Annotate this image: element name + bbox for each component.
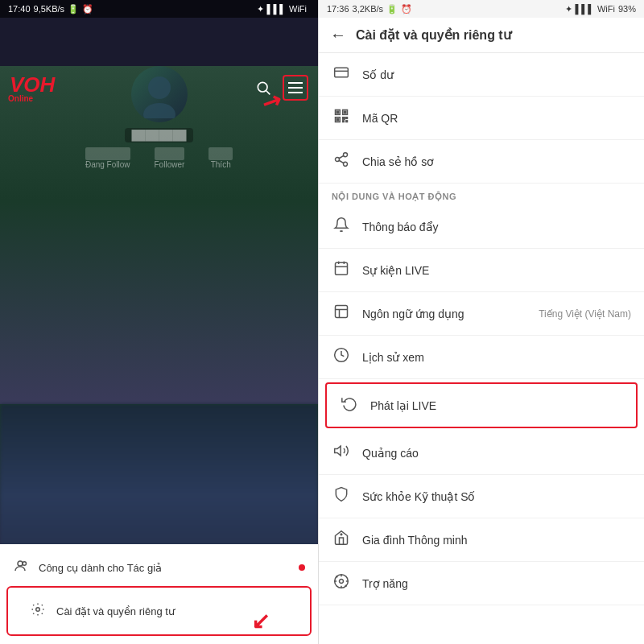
right-alarm-icon: ⏰ [401,4,412,14]
left-panel: 17:40 9,5KB/s 🔋 ⏰ ✦ ▌▌▌ WiFi VOH Online [0,0,318,644]
quang-cao-label: Quảng cáo [362,447,631,460]
ngon-ngu-icon [332,303,351,324]
chia-se-icon [332,151,351,171]
svg-rect-2 [288,82,303,84]
settings-item-lich-su-xem[interactable]: Lịch sử xem [319,336,644,379]
stat-following: ███ Đang Follow [85,147,130,169]
right-signal-icon: ▌▌▌ [576,4,594,14]
right-battery-percent: 93% [618,4,636,14]
stat-likes: ███ Thích [208,147,233,169]
svg-rect-31 [336,306,348,318]
svg-point-23 [336,158,340,162]
suc-khoe-icon [332,486,351,506]
svg-point-36 [340,580,344,584]
settings-item-so-du[interactable]: Số dư [319,53,644,97]
hamburger-menu-icon[interactable] [283,75,308,101]
settings-item-gia-dinh[interactable]: Gia đình Thông minh [319,518,644,562]
right-status-bar: 17:36 3,2KB/s 🔋 ⏰ ✦ ▌▌▌ WiFi 93% [319,0,644,18]
right-battery-icon: 🔋 [386,4,398,14]
svg-rect-19 [346,118,348,119]
ma-qr-label: Mã QR [362,112,631,125]
lich-su-icon [332,347,351,367]
author-tools-label: Công cụ dành cho Tác giả [39,562,162,574]
svg-rect-4 [288,92,303,93]
left-status-left: 17:40 9,5KB/s 🔋 ⏰ [8,4,93,14]
right-status-time: 17:36 3,2KB/s 🔋 ⏰ [327,4,412,14]
su-kien-live-label: Sự kiện LIVE [362,264,631,277]
avatar [131,66,188,122]
stat-followers: ███ Follower [155,147,185,169]
right-data-speed: 3,2KB/s [353,4,384,14]
profile-stats: ███ Đang Follow ███ Follower ███ Thích [0,147,318,169]
red-arrow-down: ↙ [251,608,270,634]
so-du-icon [332,64,351,85]
ngon-ngu-value: Tiếng Việt (Việt Nam) [539,308,631,320]
tro-nang-label: Trợ năng [362,577,631,590]
svg-rect-18 [343,118,345,120]
profile-bg: VOH Online [0,66,318,404]
left-wifi-icon: WiFi [289,4,307,14]
thong-bao-icon [332,217,351,237]
settings-label: Cài đặt và quyền riêng tư [56,605,175,617]
lich-su-xem-label: Lịch sử xem [362,351,631,364]
quang-cao-icon [332,443,351,463]
ma-qr-icon [332,108,351,128]
right-time: 17:36 [327,4,349,14]
svg-rect-15 [336,111,339,114]
svg-rect-27 [336,262,348,275]
svg-point-9 [36,608,40,612]
voh-logo: VOH Online [10,72,55,103]
settings-icon [31,602,48,620]
right-status-icons: ✦ ▌▌▌ WiFi 93% [565,4,636,14]
svg-point-34 [341,534,342,535]
svg-rect-3 [288,87,303,89]
svg-rect-17 [336,118,339,121]
settings-item-quang-cao[interactable]: Quảng cáo [319,431,644,475]
settings-item-thong-bao-day[interactable]: Thông báo đẩy [319,205,644,249]
settings-item-tro-nang[interactable]: Trợ năng [319,562,644,605]
gia-dinh-label: Gia đình Thông minh [362,534,631,547]
settings-item-suc-khoe[interactable]: Sức khỏe Kỹ thuật Số [319,475,644,518]
svg-point-24 [344,162,348,166]
su-kien-icon [332,260,351,280]
right-wifi-icon: WiFi [597,4,615,14]
profile-name: ████████ [0,129,318,141]
svg-rect-10 [335,68,349,77]
left-data-speed: 9,5KB/s [34,4,65,14]
right-panel: 17:36 3,2KB/s 🔋 ⏰ ✦ ▌▌▌ WiFi 93% ← Cài đ… [318,0,644,644]
settings-list: Số dư Mã QR [319,53,644,644]
thong-bao-label: Thông báo đẩy [362,221,631,233]
back-button[interactable]: ← [330,26,346,44]
settings-item-chia-se-ho-so[interactable]: Chia sẻ hồ sơ [319,140,644,184]
settings-item-su-kien-live[interactable]: Sự kiện LIVE [319,249,644,292]
svg-point-22 [344,153,348,157]
svg-rect-21 [346,121,348,122]
svg-line-26 [339,155,344,158]
svg-point-8 [23,562,27,566]
settings-item-ngon-ngu[interactable]: Ngôn ngữ ứng dụng Tiếng Việt (Việt Nam) [319,292,644,336]
settings-item-phat-lai-live[interactable]: Phát lại LIVE [327,384,636,427]
left-bottom-menu: Công cụ dành cho Tác giả Cài đặt và quyề… [0,544,318,644]
menu-item-author-tools[interactable]: Công cụ dành cho Tác giả [0,551,318,584]
tro-nang-icon [332,573,351,593]
svg-rect-16 [344,111,346,114]
so-du-label: Số dư [362,68,631,81]
settings-header: ← Cài đặt và quyền riêng tư [319,18,644,53]
svg-line-25 [339,160,344,163]
left-bluetooth-icon: ✦ [257,4,264,14]
section-noi-dung-header: NỘI DUNG VÀ HOẠT ĐỘNG [319,184,644,205]
left-signal-icon: ▌▌▌ [267,4,286,14]
left-status-right: ✦ ▌▌▌ WiFi [257,4,310,14]
chia-se-ho-so-label: Chia sẻ hồ sơ [362,155,631,168]
suc-khoe-label: Sức khỏe Kỹ thuật Số [362,490,631,503]
settings-item-phat-lai-live-wrapper: Phát lại LIVE [325,382,638,428]
ngon-ngu-label: Ngôn ngữ ứng dụng [362,308,527,320]
left-battery-icon: 🔋 [68,4,79,14]
svg-point-5 [148,76,171,99]
left-time: 17:40 [8,4,31,14]
left-status-bar: 17:40 9,5KB/s 🔋 ⏰ ✦ ▌▌▌ WiFi [0,0,318,18]
author-tools-notification-dot [299,564,305,571]
settings-title: Cài đặt và quyền riêng tư [356,27,511,43]
author-tools-icon [13,559,31,576]
settings-item-ma-qr[interactable]: Mã QR [319,97,644,140]
